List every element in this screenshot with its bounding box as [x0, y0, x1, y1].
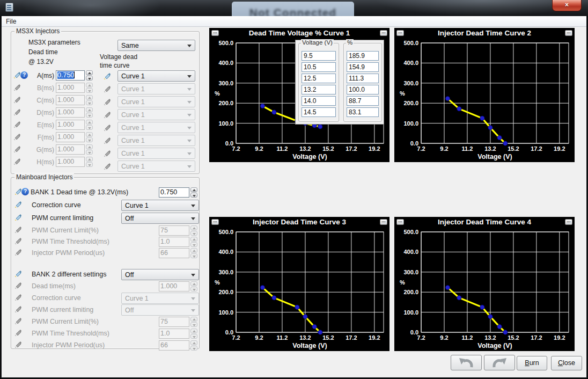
spinner-down-button[interactable]	[86, 76, 93, 81]
mainboard-row-label: Injector PWM Period(us)	[32, 249, 105, 257]
y-tick-label: 100.0	[403, 120, 418, 127]
menu-item-file[interactable]: File	[2, 17, 20, 26]
dead-time-plot[interactable]: 0.0100.0200.0300.0400.0500.07.29.211.213…	[394, 228, 575, 351]
mainboard-row-label: BANK 1 Dead time @ 13.2V(ms)	[31, 188, 128, 196]
mainboard-field-4-input: 1.0	[159, 237, 189, 247]
spinner-buttons[interactable]	[86, 70, 93, 81]
x-tick-label: 11.2	[462, 145, 473, 152]
curve-point[interactable]	[295, 305, 299, 309]
voltage-value-input[interactable]: 13.2	[302, 85, 336, 94]
percent-value-input[interactable]: 83.1	[347, 107, 379, 117]
percent-value-input[interactable]: 185.9	[347, 51, 379, 61]
curve-point[interactable]	[318, 330, 322, 334]
curve-point[interactable]	[457, 295, 461, 300]
group-title: Mainboard Injectors	[14, 173, 74, 181]
curve-point[interactable]	[457, 106, 461, 111]
y-tick-label: 200.0	[403, 289, 418, 295]
spinner-buttons	[190, 329, 197, 339]
curve-point[interactable]	[480, 116, 484, 120]
window-close-button[interactable]: ×	[552, 0, 582, 11]
pencil-icon	[14, 329, 22, 337]
curve-point[interactable]	[497, 324, 502, 329]
pencil-icon	[13, 158, 21, 165]
percent-value-input[interactable]: 111.3	[347, 74, 379, 83]
chart-options-button[interactable]: ...	[396, 219, 404, 225]
spinner-up-button[interactable]	[190, 187, 197, 192]
spinner-down-button	[190, 287, 197, 291]
mainboard-select-2[interactable]: Off	[121, 213, 199, 224]
injector-deadtime-dialog: Not Connected × File MS3X Injectors MS3X…	[0, 0, 588, 379]
curve-point[interactable]	[445, 96, 450, 100]
curve-point[interactable]	[260, 104, 264, 108]
spinner-buttons	[190, 281, 197, 291]
x-tick-label: 15.2	[508, 145, 519, 152]
pencil-icon	[13, 108, 21, 116]
voltage-value-input[interactable]: 10.5	[302, 62, 336, 72]
mainboard-field-0-input[interactable]: 0.750	[159, 187, 189, 198]
curve-point[interactable]	[445, 285, 450, 289]
chart-options-button[interactable]: ...	[565, 219, 572, 225]
dead-time-g-input: 1.000	[56, 144, 85, 155]
spinner-up-button[interactable]	[86, 70, 93, 75]
voltage-dead-time-curve-select-4: Curve 1	[117, 109, 195, 120]
spinner-down-button[interactable]	[190, 193, 197, 198]
percent-value-input[interactable]: 88.7	[347, 96, 379, 106]
voltage-dead-time-curve-select-1[interactable]: Curve 1	[117, 70, 195, 82]
app-icon[interactable]	[5, 3, 13, 12]
chart-options-button[interactable]: ...	[396, 30, 404, 36]
close-button[interactable]: Close	[551, 356, 582, 370]
pencil-icon	[13, 133, 21, 141]
curve-point[interactable]	[318, 125, 322, 129]
mainboard-select-1[interactable]: Curve 1	[121, 200, 199, 211]
help-icon[interactable]: ?	[21, 188, 29, 195]
curve-point[interactable]	[503, 141, 508, 145]
curve-point[interactable]	[497, 135, 502, 140]
pencil-icon	[14, 317, 22, 325]
undo-button[interactable]	[451, 355, 482, 370]
chart-options-button[interactable]: ...	[211, 219, 219, 225]
dead-time-a-input[interactable]: 0.750	[56, 70, 85, 81]
dead-time-plot[interactable]: 0.0100.0200.0300.0400.0500.07.29.211.213…	[394, 39, 575, 162]
titlebar[interactable]: Not Connected ×	[0, 0, 588, 16]
curve-point[interactable]	[480, 305, 484, 309]
curve-point[interactable]	[488, 126, 493, 130]
curve-point[interactable]	[303, 315, 307, 319]
curve-point[interactable]	[312, 324, 317, 329]
x-tick-label: 15.2	[508, 334, 519, 341]
same-curve-select[interactable]: Same	[117, 40, 195, 51]
curve-point[interactable]	[272, 110, 276, 114]
mainboard-select-6[interactable]: Off	[121, 269, 199, 280]
x-tick-label: 17.2	[531, 145, 542, 152]
y-tick-label: 500.0	[218, 229, 233, 235]
voltage-value-input[interactable]: 9.5	[302, 51, 336, 61]
mainboard-field-5-input: 66	[159, 248, 189, 258]
pencil-icon	[14, 294, 22, 301]
y-axis-label: %	[400, 90, 405, 97]
spinner-buttons[interactable]	[190, 187, 197, 198]
curve-point[interactable]	[488, 315, 493, 319]
curve-point[interactable]	[260, 285, 264, 289]
dead-time-plot[interactable]: 0.0100.0200.0300.0400.0500.07.29.211.213…	[209, 228, 389, 351]
burn-button[interactable]: Burn	[517, 356, 547, 370]
x-tick-label: 7.2	[417, 145, 425, 152]
chart-title: Injector Dead Time Curve 4	[438, 218, 531, 226]
percent-value-input[interactable]: 100.0	[347, 85, 379, 94]
voltage-value-input[interactable]: 12.5	[302, 74, 336, 83]
chart-options-button[interactable]: ...	[380, 30, 387, 36]
voltage-value-input[interactable]: 14.0	[302, 96, 336, 106]
chart-options-button[interactable]: ...	[211, 30, 219, 36]
spinner-buttons	[190, 340, 197, 351]
voltage-group-title: Voltage (V)	[301, 39, 334, 46]
y-axis-label: %	[400, 279, 405, 286]
chart-options-button[interactable]: ...	[380, 219, 387, 225]
y-tick-label: 300.0	[403, 80, 418, 86]
group-title: MS3X Injectors	[14, 27, 61, 35]
curve-point[interactable]	[272, 295, 276, 300]
x-tick-label: 11.2	[462, 334, 473, 341]
spinner-buttons	[86, 144, 93, 155]
percent-value-input[interactable]: 154.9	[347, 62, 379, 72]
curve-point[interactable]	[503, 330, 508, 334]
redo-button[interactable]	[484, 355, 515, 370]
voltage-value-input[interactable]: 14.5	[302, 107, 336, 117]
chart-options-button[interactable]: ...	[565, 30, 572, 36]
